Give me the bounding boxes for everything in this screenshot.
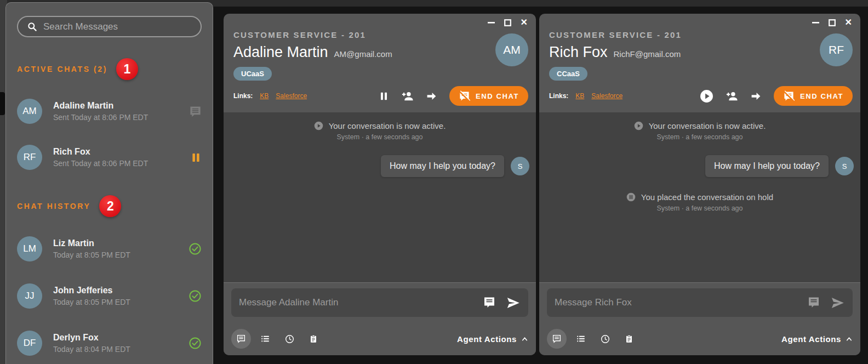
link-salesforce[interactable]: Salesforce bbox=[591, 92, 623, 100]
pause-circle-icon bbox=[626, 192, 636, 202]
send-icon[interactable] bbox=[830, 295, 845, 310]
agent-actions-label: Agent Actions bbox=[781, 334, 841, 344]
pause-icon bbox=[190, 152, 202, 163]
service-tag: CCaaS bbox=[549, 67, 587, 81]
search-input[interactable] bbox=[43, 21, 192, 32]
chat-timestamp: Today at 8:04 PM EDT bbox=[53, 345, 130, 354]
send-icon[interactable] bbox=[506, 295, 521, 310]
minimize-icon[interactable] bbox=[488, 19, 495, 26]
queue-title: CUSTOMER SERVICE - 201 bbox=[233, 30, 528, 39]
system-message-meta: System · a few seconds ago bbox=[539, 133, 860, 141]
agent-message-row: How may I help you today? S bbox=[539, 155, 860, 177]
avatar: RF bbox=[17, 145, 42, 170]
chevron-up-icon bbox=[521, 335, 528, 343]
avatar: AM bbox=[17, 99, 42, 124]
history-chat-item-derlyn[interactable]: DF Derlyn Fox Today at 8:04 PM EDT bbox=[17, 331, 202, 356]
clipboard-icon[interactable] bbox=[619, 329, 639, 349]
comment-icon[interactable] bbox=[807, 296, 820, 309]
annotation-step-2-badge: 2 bbox=[99, 195, 121, 217]
arrow-right-icon[interactable] bbox=[426, 90, 437, 102]
chevron-up-icon bbox=[846, 335, 853, 343]
history-chat-item-liz[interactable]: LM Liz Martin Today at 8:05 PM EDT bbox=[17, 236, 202, 261]
arrow-right-icon[interactable] bbox=[750, 90, 762, 102]
system-message-meta: System · a few seconds ago bbox=[539, 204, 860, 212]
message-input[interactable] bbox=[555, 297, 807, 308]
agent-message-row: How may I help you today? S bbox=[224, 155, 536, 177]
link-kb[interactable]: KB bbox=[575, 92, 584, 100]
footer-toolbar: Agent Actions bbox=[231, 329, 528, 349]
chat-history-section-header: CHAT HISTORY 2 bbox=[17, 195, 202, 217]
queue-title: CUSTOMER SERVICE - 201 bbox=[549, 30, 853, 39]
history-clock-icon[interactable] bbox=[279, 329, 299, 349]
link-kb[interactable]: KB bbox=[260, 92, 269, 100]
check-circle-icon bbox=[189, 242, 202, 255]
minimize-icon[interactable] bbox=[812, 19, 819, 26]
system-message-text: Your conversation is now active. bbox=[329, 121, 446, 130]
window-controls: ✕ bbox=[488, 18, 528, 27]
footer-toolbar: Agent Actions bbox=[547, 329, 853, 349]
end-chat-button[interactable]: END CHAT bbox=[449, 86, 528, 106]
customer-avatar: RF bbox=[820, 33, 853, 66]
play-circle-icon bbox=[314, 121, 323, 130]
service-tag: UCaaS bbox=[233, 67, 272, 81]
avatar: LM bbox=[17, 236, 42, 261]
system-message-active: Your conversation is now active. bbox=[539, 121, 860, 130]
chat-timestamp: Sent Today at 8:06 PM EDT bbox=[53, 113, 148, 122]
chat-timestamp: Sent Today at 8:06 PM EDT bbox=[53, 159, 148, 168]
customer-avatar: AM bbox=[495, 33, 528, 66]
play-circle-icon[interactable] bbox=[700, 89, 713, 103]
chat-history-label: CHAT HISTORY bbox=[17, 202, 90, 211]
search-icon bbox=[27, 21, 37, 32]
agent-actions-button[interactable]: Agent Actions bbox=[457, 334, 528, 344]
system-message-text: Your conversation is now active. bbox=[649, 121, 766, 130]
chat-name: John Jefferies bbox=[53, 286, 130, 295]
chat-bubble-icon[interactable] bbox=[547, 329, 567, 349]
chat-timestamp: Today at 8:05 PM EDT bbox=[53, 298, 130, 306]
link-salesforce[interactable]: Salesforce bbox=[276, 92, 307, 100]
annotation-step-1-badge: 1 bbox=[116, 58, 138, 80]
links-label: Links: bbox=[549, 92, 568, 100]
close-icon[interactable]: ✕ bbox=[845, 18, 852, 27]
maximize-icon[interactable] bbox=[829, 19, 836, 26]
comment-icon[interactable] bbox=[483, 296, 496, 309]
end-chat-label: END CHAT bbox=[476, 92, 519, 100]
active-chat-item-rich[interactable]: RF Rich Fox Sent Today at 8:06 PM EDT bbox=[17, 145, 202, 170]
chat-name: Rich Fox bbox=[53, 147, 148, 157]
history-chat-item-john[interactable]: JJ John Jefferies Today at 8:05 PM EDT bbox=[17, 283, 202, 309]
agent-avatar: S bbox=[835, 157, 854, 175]
customer-email: RichF@gmail.com bbox=[614, 49, 681, 59]
close-icon[interactable]: ✕ bbox=[521, 18, 528, 27]
chat-slash-icon bbox=[459, 90, 470, 102]
check-circle-icon bbox=[189, 337, 202, 350]
avatar: DF bbox=[17, 331, 42, 356]
customer-name: Rich Fox bbox=[549, 44, 608, 61]
person-add-icon[interactable] bbox=[401, 90, 414, 103]
avatar: JJ bbox=[17, 283, 42, 309]
agent-message-bubble: How may I help you today? bbox=[381, 155, 504, 177]
chat-footer: Agent Actions bbox=[539, 282, 860, 355]
system-message-text: You placed the conversation on hold bbox=[641, 192, 773, 202]
chat-name: Derlyn Fox bbox=[53, 333, 130, 343]
end-chat-button[interactable]: END CHAT bbox=[774, 86, 853, 106]
clipboard-icon[interactable] bbox=[304, 329, 323, 349]
agent-actions-button[interactable]: Agent Actions bbox=[781, 334, 853, 344]
message-square-icon bbox=[189, 105, 202, 118]
chat-name: Adaline Martin bbox=[53, 101, 148, 111]
pause-icon[interactable] bbox=[379, 91, 389, 101]
list-icon[interactable] bbox=[571, 329, 591, 349]
message-area: Your conversation is now active. System … bbox=[539, 112, 860, 282]
active-chat-item-adaline[interactable]: AM Adaline Martin Sent Today at 8:06 PM … bbox=[17, 99, 202, 124]
history-clock-icon[interactable] bbox=[595, 329, 615, 349]
dock-handle-tab[interactable] bbox=[0, 92, 5, 115]
list-icon[interactable] bbox=[255, 329, 275, 349]
chat-bubble-icon[interactable] bbox=[231, 329, 251, 349]
chat-window-adaline: ✕ CUSTOMER SERVICE - 201 Adaline Martin … bbox=[224, 14, 536, 355]
active-chats-section-header: ACTIVE CHATS (2) 1 bbox=[17, 58, 202, 80]
message-input[interactable] bbox=[239, 297, 483, 308]
system-message-meta: System · a few seconds ago bbox=[224, 133, 536, 141]
person-add-icon[interactable] bbox=[726, 90, 738, 103]
chat-timestamp: Today at 8:05 PM EDT bbox=[53, 251, 130, 259]
maximize-icon[interactable] bbox=[504, 19, 511, 26]
message-input-field bbox=[547, 288, 853, 317]
chat-sidebar: ACTIVE CHATS (2) 1 AM Adaline Martin Sen… bbox=[5, 2, 213, 364]
